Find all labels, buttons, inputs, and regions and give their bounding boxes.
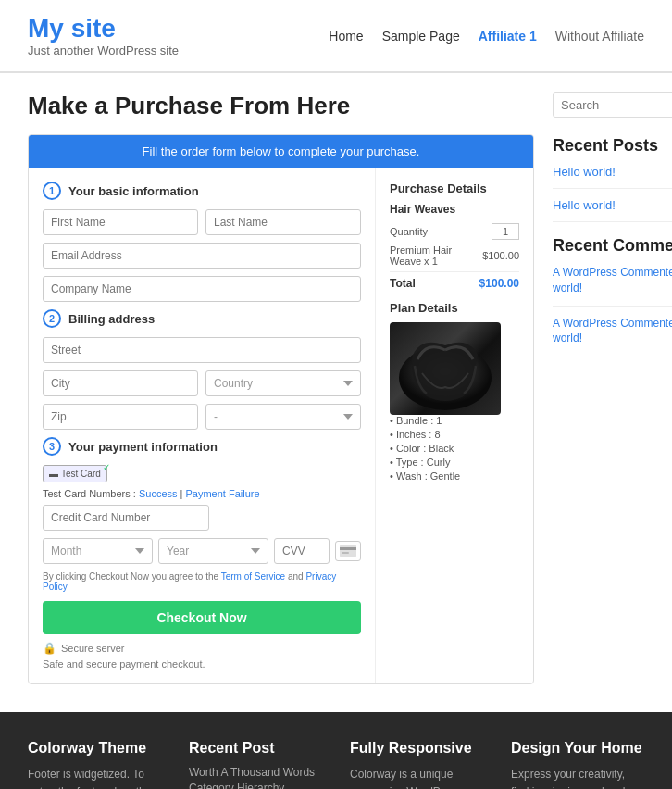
main-nav: Home Sample Page Affiliate 1 Without Aff… [329, 29, 644, 44]
section2-label: Billing address [68, 312, 155, 326]
item-row: Premium Hair Weave x 1 $100.00 [390, 244, 519, 267]
secure-server-label: Secure server [61, 643, 124, 654]
product-name: Hair Weaves [390, 203, 519, 216]
nav-sample-page[interactable]: Sample Page [382, 29, 460, 44]
content-area: Make a Purchase From Here Fill the order… [28, 92, 534, 684]
hair-product-image [390, 322, 501, 415]
site-footer: Colorway Theme Footer is widgetized. To … [0, 712, 672, 789]
card-icon-row: ▬ Test Card ✓ [43, 465, 361, 482]
comment-1: A WordPress Commenter on Hello world! [553, 265, 672, 296]
first-name-input[interactable] [43, 209, 198, 235]
nav-affiliate-1[interactable]: Affiliate 1 [479, 29, 537, 44]
zip-input[interactable] [43, 404, 198, 430]
country-select[interactable]: Country [205, 370, 361, 396]
name-row [43, 209, 361, 235]
card-icon: ▬ Test Card ✓ [43, 465, 107, 482]
footer-col1-text: Footer is widgetized. To setup the foote… [28, 766, 161, 789]
section3-label: Your payment information [68, 440, 218, 454]
footer-link-1[interactable]: Worth A Thousand Words [189, 766, 322, 779]
zip-state-row: - [43, 404, 361, 430]
footer-col-3: Fully Responsive Colorway is a unique re… [350, 740, 483, 789]
site-title: My site [28, 14, 179, 44]
comment-author-1[interactable]: A WordPress Commenter [553, 266, 672, 279]
plan-feature-wash: • Wash : Gentle [390, 470, 519, 482]
year-select[interactable]: Year [158, 538, 268, 564]
item-price: $100.00 [482, 250, 519, 261]
footer-col-4: Design Your Home Express your creativity… [511, 740, 644, 789]
comment-2: A WordPress Commenter on Hello world! [553, 316, 672, 347]
purchase-details-title: Purchase Details [390, 182, 519, 195]
post-link-2[interactable]: Hello world! [553, 198, 672, 212]
footer-col3-text: Colorway is a unique responsive WordPres… [350, 766, 483, 789]
site-tagline: Just another WordPress site [28, 44, 179, 57]
site-header: My site Just another WordPress site Home… [0, 0, 672, 72]
svg-rect-0 [340, 545, 356, 557]
sidebar: 🔍 Recent Posts Hello world! Hello world!… [553, 92, 672, 684]
email-row [43, 243, 361, 269]
street-row [43, 337, 361, 363]
month-select[interactable]: Month [43, 538, 153, 564]
footer-col1-title: Colorway Theme [28, 740, 161, 757]
plan-details-title: Plan Details [390, 301, 519, 315]
footer-col4-title: Design Your Home [511, 740, 644, 757]
state-select[interactable]: - [205, 404, 361, 430]
footer-col-2: Recent Post Worth A Thousand Words Categ… [189, 740, 322, 789]
order-card: Fill the order form below to complete yo… [28, 134, 534, 684]
cc-row [43, 505, 361, 531]
plan-feature-color: • Color : Black [390, 443, 519, 454]
cc-input[interactable] [43, 505, 209, 531]
recent-comments-title: Recent Comments [553, 236, 672, 256]
main-content: Make a Purchase From Here Fill the order… [0, 73, 672, 703]
check-mark-icon: ✓ [103, 462, 110, 472]
total-label: Total [390, 277, 416, 290]
order-card-header: Fill the order form below to complete yo… [29, 135, 533, 168]
street-input[interactable] [43, 337, 361, 363]
section1-num: 1 [43, 182, 61, 200]
total-price: $100.00 [479, 277, 519, 290]
order-form-right: Purchase Details Hair Weaves Quantity 1 … [376, 168, 533, 683]
nav-home[interactable]: Home [329, 29, 363, 44]
plan-feature-inches: • Inches : 8 [390, 429, 519, 440]
quantity-row: Quantity 1 [390, 223, 519, 240]
plan-feature-type: • Type : Curly [390, 457, 519, 468]
secure-row: 🔒 Secure server [43, 642, 361, 655]
post-link-1[interactable]: Hello world! [553, 165, 672, 179]
plan-feature-bundle: • Bundle : 1 [390, 415, 519, 426]
order-form-inner: 1 Your basic information [29, 168, 533, 683]
email-input[interactable] [43, 243, 361, 269]
company-input[interactable] [43, 276, 361, 302]
svg-rect-2 [342, 552, 349, 554]
section2-heading: 2 Billing address [43, 309, 361, 328]
quantity-value: 1 [492, 223, 519, 240]
company-row [43, 276, 361, 302]
footer-col-1: Colorway Theme Footer is widgetized. To … [28, 740, 161, 789]
city-input[interactable] [43, 370, 198, 396]
footer-col2-title: Recent Post [189, 740, 322, 757]
card-stripe-icon: ▬ [49, 469, 58, 479]
nav-without-affiliate[interactable]: Without Affiliate [555, 29, 644, 44]
total-row: Total $100.00 [390, 271, 519, 290]
search-input[interactable] [561, 98, 672, 112]
cvv-row: Month Year [43, 538, 361, 564]
success-link[interactable]: Success [139, 488, 178, 499]
footer-link-2[interactable]: Category Hierarchy [189, 782, 322, 789]
terms-link[interactable]: Term of Service [221, 571, 285, 582]
section1-heading: 1 Your basic information [43, 182, 361, 200]
card-label: Test Card [61, 469, 101, 479]
page-title: Make a Purchase From Here [28, 92, 534, 120]
cvv-input[interactable] [274, 538, 330, 564]
terms-text: By clicking Checkout Now you agree to th… [43, 571, 361, 592]
failure-link[interactable]: Payment Failure [186, 488, 260, 499]
lock-icon: 🔒 [43, 642, 56, 655]
svg-rect-1 [340, 547, 356, 550]
card-test-numbers: Test Card Numbers : Success | Payment Fa… [43, 488, 361, 499]
plan-features: • Bundle : 1 • Inches : 8 • Color : Blac… [390, 415, 519, 482]
section1-label: Your basic information [68, 184, 199, 198]
comment-author-2[interactable]: A WordPress Commenter [553, 317, 672, 330]
last-name-input[interactable] [205, 209, 361, 235]
footer-col3-title: Fully Responsive [350, 740, 483, 757]
search-box: 🔍 [553, 92, 672, 118]
checkout-button[interactable]: Checkout Now [43, 601, 361, 634]
city-country-row: Country [43, 370, 361, 396]
quantity-label: Quantity [390, 226, 428, 237]
